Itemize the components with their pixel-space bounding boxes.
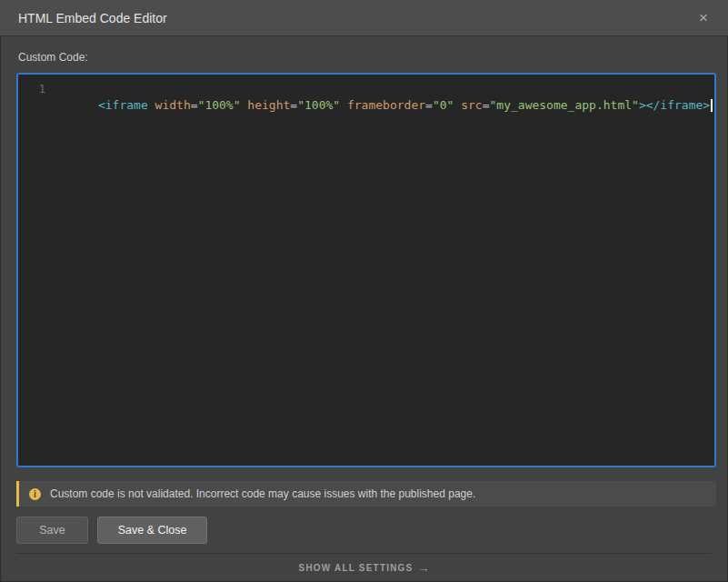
text-cursor — [711, 99, 713, 112]
code-token: = — [290, 98, 297, 112]
code-token: frameborder — [347, 98, 425, 112]
show-all-settings-link[interactable]: SHOW ALL SETTINGS → — [299, 561, 430, 575]
warning-banner: i Custom code is not validated. Incorrec… — [16, 481, 716, 507]
warning-text: Custom code is not validated. Incorrect … — [50, 487, 475, 500]
info-icon: i — [29, 488, 41, 500]
code-token — [340, 98, 347, 112]
code-token: height — [247, 98, 290, 112]
code-token: "0" — [433, 98, 454, 112]
code-token: = — [425, 98, 433, 112]
code-line[interactable]: <iframe width="100%" height="100%" frame… — [45, 75, 716, 130]
save-and-close-button[interactable]: Save & Close — [97, 517, 207, 544]
code-editor[interactable]: 1 <iframe width="100%" height="100%" fra… — [16, 73, 716, 467]
code-token: "100%" — [198, 98, 241, 112]
show-all-settings-label: SHOW ALL SETTINGS — [299, 563, 414, 573]
dialog-title: HTML Embed Code Editor — [18, 0, 167, 36]
code-token: <iframe — [98, 98, 148, 112]
html-embed-code-editor-dialog: HTML Embed Code Editor × Custom Code: 1 … — [0, 0, 728, 582]
line-number: 1 — [18, 75, 45, 97]
code-token: "my_awesome_app.html" — [490, 98, 639, 112]
code-token: </iframe> — [646, 98, 710, 112]
dialog-header: HTML Embed Code Editor × — [0, 0, 728, 36]
close-icon[interactable]: × — [690, 0, 717, 36]
custom-code-label: Custom Code: — [18, 51, 88, 64]
code-token: src — [461, 98, 482, 112]
code-token: > — [639, 98, 646, 112]
save-button[interactable]: Save — [16, 517, 88, 544]
code-token — [148, 98, 155, 112]
arrow-right-icon: → — [417, 561, 429, 575]
dialog-footer: SHOW ALL SETTINGS → — [0, 554, 728, 582]
code-tokens: <iframe width="100%" height="100%" frame… — [98, 98, 710, 112]
code-token: width — [155, 98, 191, 112]
code-token: = — [191, 98, 198, 112]
code-token: = — [483, 98, 490, 112]
code-token — [454, 98, 461, 112]
code-token: "100%" — [297, 98, 340, 112]
